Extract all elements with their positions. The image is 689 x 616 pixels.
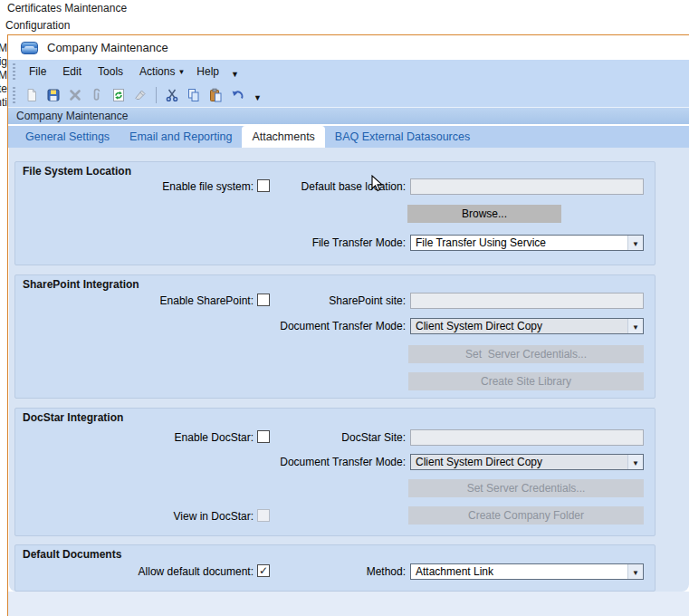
clear-icon[interactable] [129, 85, 151, 105]
create-site-library-button[interactable]: Create Site Library [408, 372, 644, 390]
tab-strip: General Settings Email and Reporting Att… [8, 126, 689, 148]
method-select[interactable]: Attachment Link ▼ [410, 563, 644, 580]
method-label: Method: [269, 563, 406, 580]
bg-edge-fragment: ig [0, 55, 7, 68]
group-title: Default Documents [23, 548, 121, 561]
menu-edit[interactable]: Edit [54, 61, 90, 82]
sharepoint-document-transfer-mode-select[interactable]: Client System Direct Copy ▼ [410, 318, 644, 334]
docstar-integration-group: DocStar Integration Enable DocStar: DocS… [14, 408, 656, 536]
refresh-icon[interactable] [108, 85, 129, 105]
docstar-document-transfer-mode-select[interactable]: Client System Direct Copy ▼ [410, 454, 644, 470]
tab-email-and-reporting[interactable]: Email and Reporting [120, 126, 242, 148]
cut-icon[interactable] [161, 85, 183, 105]
save-icon[interactable] [43, 85, 64, 105]
enable-docstar-label: Enable DocStar: [15, 429, 254, 446]
set-server-credentials-button[interactable]: Set Server Credentials... [408, 345, 644, 363]
file-system-location-group: File System Location Enable file system:… [14, 161, 656, 265]
bg-edge-fragment: nti [0, 96, 7, 109]
toolbar-overflow-icon[interactable]: ▼ [254, 93, 262, 102]
file-transfer-mode-label: File Transfer Mode: [269, 235, 406, 251]
menu-file[interactable]: File [21, 61, 54, 82]
bg-edge-fragment: te [0, 82, 7, 95]
sharepoint-site-label: SharePoint site: [269, 293, 406, 309]
menu-help[interactable]: Help [188, 61, 227, 82]
file-transfer-mode-value: File Transfer Using Service [416, 236, 546, 249]
enable-sharepoint-checkbox[interactable] [257, 294, 270, 306]
view-in-docstar-checkbox[interactable] [257, 509, 270, 522]
bg-tree-item: Configuration [5, 19, 70, 32]
sharepoint-site-input[interactable] [410, 293, 644, 309]
toolbar-grip-handle[interactable] [13, 87, 15, 103]
menu-actions[interactable]: Actions [131, 61, 183, 82]
menu-overflow-icon[interactable]: ▼ [231, 70, 239, 79]
view-caption: Company Maintenance [8, 107, 689, 124]
document-transfer-mode-label: Document Transfer Mode: [269, 318, 406, 334]
combo-dropdown-icon[interactable]: ▼ [627, 564, 643, 579]
mouse-cursor [371, 175, 384, 193]
default-documents-group: Default Documents Allow default document… [14, 544, 656, 592]
group-title: DocStar Integration [23, 411, 123, 424]
enable-sharepoint-label: Enable SharePoint: [15, 293, 254, 309]
tool-bar: ▼ [8, 83, 689, 107]
document-transfer-mode-label: Document Transfer Mode: [269, 454, 406, 470]
combo-dropdown-icon[interactable]: ▼ [627, 319, 643, 333]
menu-bar: File Edit Tools Actions ▼ Help ▼ [8, 60, 689, 83]
new-icon[interactable] [21, 85, 43, 105]
default-base-location-label: Default base location: [269, 178, 406, 195]
browse-button[interactable]: Browse... [407, 205, 561, 223]
menu-tools[interactable]: Tools [90, 61, 131, 82]
group-title: SharePoint Integration [23, 278, 139, 291]
dialog-footer-area [8, 592, 689, 616]
default-base-location-input[interactable] [410, 178, 644, 195]
bg-edge-fragment: M [0, 69, 7, 82]
bg-edge-fragment: M [0, 42, 7, 54]
allow-default-document-checkbox[interactable] [257, 564, 270, 577]
company-maintenance-window: Company Maintenance File Edit Tools Acti… [7, 34, 689, 616]
menubar-grip-handle[interactable] [13, 63, 15, 80]
window-title: Company Maintenance [47, 41, 168, 54]
group-title: File System Location [23, 165, 131, 178]
allow-default-document-label: Allow default document: [15, 563, 254, 580]
enable-file-system-label: Enable file system: [15, 178, 254, 195]
combo-dropdown-icon[interactable]: ▼ [627, 455, 643, 469]
set-server-credentials-button[interactable]: Set Server Credentials... [408, 479, 644, 497]
undo-icon[interactable] [226, 85, 248, 105]
enable-file-system-checkbox[interactable] [257, 179, 270, 192]
create-company-folder-button[interactable]: Create Company Folder [408, 506, 644, 525]
attach-icon[interactable] [86, 85, 108, 105]
docstar-site-label: DocStar Site: [269, 429, 406, 446]
bg-tree-item: Certificates Maintenance [7, 2, 127, 14]
sharepoint-integration-group: SharePoint Integration Enable SharePoint… [14, 274, 656, 399]
app-icon [21, 42, 38, 54]
docstar-site-input[interactable] [410, 429, 644, 446]
view-in-docstar-label: View in DocStar: [15, 508, 254, 525]
combo-dropdown-icon[interactable]: ▼ [627, 236, 643, 250]
tab-general-settings[interactable]: General Settings [15, 126, 120, 148]
enable-docstar-checkbox[interactable] [257, 430, 270, 443]
tab-baq-external-datasources[interactable]: BAQ External Datasources [325, 126, 480, 148]
toolbar-separator [156, 87, 157, 103]
actions-dropdown-caret-icon: ▼ [177, 68, 185, 76]
copy-icon[interactable] [183, 85, 205, 105]
delete-icon[interactable] [64, 85, 86, 105]
docstar-document-transfer-mode-value: Client System Direct Copy [416, 456, 542, 468]
paste-icon[interactable] [205, 85, 226, 105]
attachments-tab-panel: File System Location Enable file system:… [9, 148, 689, 592]
title-bar[interactable]: Company Maintenance [8, 35, 689, 60]
sharepoint-document-transfer-mode-value: Client System Direct Copy [416, 320, 542, 332]
method-value: Attachment Link [416, 565, 493, 578]
tab-attachments[interactable]: Attachments [242, 126, 324, 148]
file-transfer-mode-select[interactable]: File Transfer Using Service ▼ [410, 235, 644, 251]
